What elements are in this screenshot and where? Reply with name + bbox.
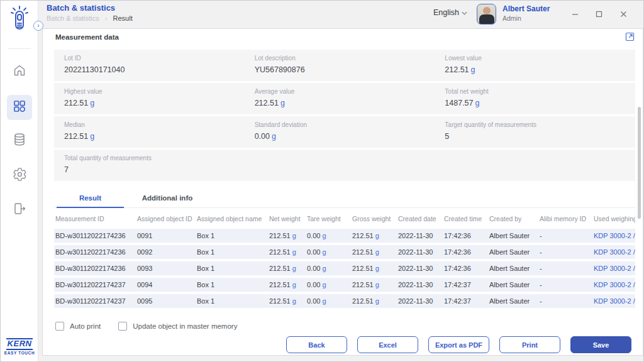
unit-label: g bbox=[375, 281, 379, 288]
vertical-scrollbar[interactable] bbox=[638, 107, 641, 219]
table-row[interactable]: BD-w301120221742360092Box 1212.51g0.00g2… bbox=[54, 245, 635, 259]
sidebar-item-home[interactable] bbox=[7, 59, 32, 84]
cell-time: 17:42:36 bbox=[443, 265, 488, 272]
update-object-checkbox[interactable]: Update object in master memory bbox=[118, 322, 237, 331]
field: Median212.51g bbox=[64, 121, 255, 148]
field-label: Median bbox=[64, 121, 255, 128]
cell-object_id: 0092 bbox=[136, 248, 196, 256]
close-button[interactable] bbox=[618, 8, 629, 19]
cell-gross: 212.51g bbox=[351, 297, 397, 305]
column-header: Assigned object ID bbox=[136, 212, 196, 229]
cell-device[interactable]: KDP 3000-2 / bbox=[592, 265, 635, 272]
table-row[interactable]: BD-w301120221742370094Box 1212.51g0.00g2… bbox=[54, 278, 635, 292]
field-value: 20221130171040 bbox=[64, 65, 255, 74]
cell-object_name: Box 1 bbox=[196, 248, 268, 256]
maximize-button[interactable] bbox=[593, 8, 604, 19]
measurements-table: Measurement IDAssigned object IDAssigned… bbox=[54, 212, 635, 310]
action-buttons-row: Back Excel Export as PDF Print Save bbox=[286, 336, 631, 353]
cell-device[interactable]: KDP 3000-2 / bbox=[592, 297, 635, 305]
home-icon bbox=[12, 63, 27, 80]
field: Target quantity of measurements5 bbox=[445, 121, 635, 148]
field-label: Target quantity of measurements bbox=[445, 121, 635, 128]
field-row: Median212.51gStandard deviation0.00gTarg… bbox=[54, 116, 635, 148]
options-row: Auto print Update object in master memor… bbox=[55, 322, 237, 331]
auto-print-checkbox[interactable]: Auto print bbox=[55, 322, 101, 331]
field: Standard deviation0.00g bbox=[255, 121, 445, 148]
field-label: Total net weight bbox=[445, 88, 635, 95]
unit-label: g bbox=[280, 99, 285, 107]
cell-date: 2022-11-30 bbox=[397, 248, 443, 256]
cell-net: 212.51g bbox=[268, 281, 306, 288]
cell-measurement_id: BD-w30112022174236 bbox=[54, 232, 136, 239]
field: Total net weight1487.57g bbox=[445, 88, 635, 114]
cell-date: 2022-11-30 bbox=[397, 232, 443, 239]
cell-time: 17:42:37 bbox=[443, 297, 488, 305]
measurement-summary-fields: Lot ID20221130171040Lot descriptionYU567… bbox=[54, 50, 635, 183]
field-row: Total quantity of measurements7 bbox=[54, 150, 635, 181]
unit-label: g bbox=[375, 297, 379, 305]
cell-device[interactable]: KDP 3000-2 / bbox=[592, 248, 635, 256]
field-value: 0.00g bbox=[255, 132, 445, 141]
cell-device[interactable]: KDP 3000-2 / bbox=[592, 281, 635, 288]
breadcrumb-root[interactable]: Batch & statistics bbox=[47, 14, 99, 22]
table-row[interactable]: BD-w301120221742370095Box 1212.51g0.00g2… bbox=[54, 294, 635, 308]
field-value: 212.51g bbox=[64, 132, 255, 141]
unit-label: g bbox=[292, 297, 296, 305]
easy-touch-logo-icon bbox=[9, 4, 30, 36]
breadcrumb-separator: › bbox=[105, 14, 108, 22]
field: Total quantity of measurements7 bbox=[64, 155, 255, 181]
cell-device[interactable]: KDP 3000-2 / bbox=[592, 232, 635, 239]
export-pdf-button[interactable]: Export as PDF bbox=[428, 336, 489, 353]
unit-label: g bbox=[375, 232, 379, 239]
logout-icon bbox=[12, 201, 27, 219]
tab-result[interactable]: Result bbox=[54, 187, 126, 207]
tab-additional-info[interactable]: Additional info bbox=[126, 187, 208, 207]
cell-net: 212.51g bbox=[268, 265, 306, 272]
back-button[interactable]: Back bbox=[286, 336, 347, 353]
language-selector[interactable]: English bbox=[433, 8, 467, 17]
save-button[interactable]: Save bbox=[570, 336, 631, 353]
field-value: 212.51g bbox=[64, 99, 255, 107]
cell-by: Albert Sauter bbox=[488, 297, 538, 305]
sidebar-item-database[interactable] bbox=[7, 128, 32, 153]
cell-object_name: Box 1 bbox=[196, 232, 268, 239]
minimize-button[interactable] bbox=[569, 8, 580, 19]
breadcrumb-current: Result bbox=[113, 14, 133, 22]
sidebar-item-apps[interactable] bbox=[7, 95, 32, 120]
user-name: Albert Sauter bbox=[502, 4, 550, 13]
print-button[interactable]: Print bbox=[499, 336, 560, 353]
table-row[interactable]: BD-w301120221742360091Box 1212.51g0.00g2… bbox=[54, 229, 635, 243]
column-header: Tare weight bbox=[306, 212, 351, 229]
unit-label: g bbox=[292, 265, 296, 272]
excel-button[interactable]: Excel bbox=[357, 336, 418, 353]
sidebar-item-settings[interactable] bbox=[7, 163, 32, 188]
sidebar-expand-button[interactable]: › bbox=[33, 21, 43, 31]
cell-measurement_id: BD-w30112022174237 bbox=[54, 297, 136, 305]
cell-gross: 212.51g bbox=[351, 248, 397, 256]
cell-measurement_id: BD-w30112022174236 bbox=[54, 265, 136, 272]
kern-logo-subtext: EASY TOUCH bbox=[1, 351, 38, 355]
checkbox-icon bbox=[55, 322, 64, 331]
user-avatar[interactable] bbox=[477, 4, 496, 25]
field-value: YU567890876 bbox=[255, 65, 445, 74]
cell-time: 17:42:37 bbox=[443, 281, 488, 288]
table-row[interactable]: BD-w301120221742360093Box 1212.51g0.00g2… bbox=[54, 261, 635, 275]
column-header: Created by bbox=[488, 212, 538, 229]
fullscreen-icon[interactable] bbox=[625, 31, 635, 45]
unit-label: g bbox=[375, 265, 379, 272]
cell-alibi: - bbox=[538, 297, 592, 305]
field-label: Average value bbox=[255, 88, 445, 95]
checkbox-icon bbox=[118, 322, 127, 331]
tab-bar: Result Additional info bbox=[54, 187, 635, 208]
cell-net: 212.51g bbox=[268, 297, 306, 305]
column-header: Net weight bbox=[268, 212, 306, 229]
unit-label: g bbox=[475, 99, 480, 107]
cell-tare: 0.00g bbox=[306, 248, 351, 256]
database-icon bbox=[12, 132, 27, 150]
cell-gross: 212.51g bbox=[351, 281, 397, 288]
field-label: Standard deviation bbox=[255, 121, 445, 128]
cell-measurement_id: BD-w30112022174237 bbox=[54, 281, 136, 288]
apps-grid-icon bbox=[12, 99, 27, 116]
sidebar-item-logout[interactable] bbox=[7, 197, 32, 222]
top-bar: Batch & statistics Batch & statistics › … bbox=[39, 1, 643, 27]
